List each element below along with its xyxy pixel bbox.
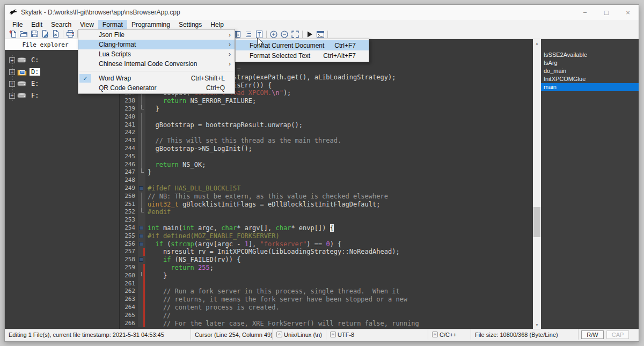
menu-item-chinese-internal-code-conversion[interactable]: Chinese Internal Code Conversion› <box>78 59 235 69</box>
readwrite-toggle[interactable]: R/W <box>581 330 604 339</box>
line-number[interactable]: 256 <box>120 240 138 248</box>
line-number[interactable]: 245 <box>120 153 138 161</box>
line-number[interactable]: 264 <box>120 304 138 312</box>
code-line[interactable]: 257 nsresult rv = InitXPCOMGlue(LibLoadi… <box>120 248 533 256</box>
menu-view[interactable]: View <box>76 20 98 29</box>
code-line[interactable]: 261 <box>120 280 533 288</box>
maximize-button[interactable]: □ <box>596 5 617 20</box>
code-line[interactable]: 256 if (strcmp(argv[argc - 1], "forkserv… <box>120 240 533 248</box>
code-line[interactable]: 247} <box>120 168 533 176</box>
menu-item-qr-code-generator[interactable]: QR Code GeneratorCtrl+Q <box>78 83 235 93</box>
scroll-up-arrow-icon[interactable]: ▲ <box>533 39 541 47</box>
code-line[interactable]: 252#endif <box>120 208 533 216</box>
fold-box-icon[interactable] <box>139 186 143 190</box>
expand-plus-icon[interactable]: + <box>9 57 15 63</box>
code-line[interactable]: 245 <box>120 153 533 161</box>
line-number[interactable]: 258 <box>120 256 138 264</box>
code-line[interactable]: 238 return NS_ERROR_FAILURE; <box>120 97 533 105</box>
line-number[interactable]: 241 <box>120 121 138 129</box>
line-number[interactable]: 239 <box>120 105 138 113</box>
line-number[interactable]: 249 <box>120 185 138 193</box>
code-line[interactable]: 262 // Run a fork server in this process… <box>120 288 533 296</box>
line-number[interactable]: 248 <box>120 176 138 185</box>
code-line[interactable]: 243 // This will set this thread as the … <box>120 137 533 145</box>
new-file-icon[interactable] <box>8 30 18 39</box>
code-line[interactable]: 241 gBootstrap = bootstrapResult.unwrap(… <box>120 121 533 129</box>
menu-item-word-wrap[interactable]: ✓Word WrapCtrl+Shift+L <box>78 73 235 83</box>
symbol-item-main[interactable]: main <box>541 83 639 91</box>
symbol-item-isarg[interactable]: IsArg <box>541 59 639 67</box>
code-line[interactable]: 264 // content process is created. <box>120 304 533 312</box>
close-file-icon[interactable] <box>50 30 61 39</box>
line-number[interactable]: 255 <box>120 232 138 240</box>
editor-vertical-scrollbar[interactable]: ▲ ▼ <box>533 39 541 329</box>
code-line[interactable]: 265 // <box>120 312 533 320</box>
menu-item-clang-format[interactable]: Clang-format› <box>78 40 235 49</box>
line-number[interactable]: 247 <box>120 168 138 176</box>
code-line[interactable]: 258 if (NS_FAILED(rv)) { <box>120 256 533 264</box>
fold-box-icon[interactable] <box>139 257 143 262</box>
terminal-icon[interactable] <box>315 30 326 39</box>
fold-box-icon[interactable] <box>139 226 143 230</box>
code-line[interactable]: 260 } <box>120 272 533 280</box>
menu-item-json-file[interactable]: Json File› <box>78 30 235 40</box>
line-number[interactable]: 251 <box>120 201 138 209</box>
code-line[interactable]: 239 } <box>120 105 533 113</box>
indent-icon[interactable] <box>243 30 254 39</box>
line-number[interactable]: 266 <box>120 320 138 328</box>
code-line[interactable]: 250// NB: This must be extern, as this v… <box>120 193 533 201</box>
line-number[interactable]: 254 <box>120 224 138 232</box>
open-folder-icon[interactable] <box>18 30 29 39</box>
symbol-item-do_main[interactable]: do_main <box>541 67 639 75</box>
expand-plus-icon[interactable]: + <box>9 69 15 75</box>
close-button[interactable]: × <box>617 5 639 20</box>
code-line[interactable]: 240 <box>120 113 533 121</box>
line-number[interactable]: 242 <box>120 129 138 137</box>
zoom-in-icon[interactable] <box>268 30 279 39</box>
menu-item-lua-scripts[interactable]: Lua Scripts› <box>78 49 235 59</box>
line-number[interactable]: 243 <box>120 137 138 145</box>
run-icon[interactable] <box>304 30 315 39</box>
line-number[interactable]: 250 <box>120 193 138 201</box>
tab-file-explorer[interactable]: File explorer <box>5 39 86 50</box>
menu-help[interactable]: Help <box>206 20 228 29</box>
menu-search[interactable]: Search <box>47 20 76 29</box>
line-number[interactable]: 253 <box>120 216 138 224</box>
code-line[interactable]: 255#if defined(MOZ_ENABLE_FORKSERVER) <box>120 232 533 240</box>
line-number[interactable]: 238 <box>120 97 138 105</box>
menu-settings[interactable]: Settings <box>174 20 206 29</box>
code-line[interactable]: 259 return 255; <box>120 264 533 272</box>
code-line[interactable]: 253 <box>120 216 533 224</box>
code-line[interactable]: 263 // returns, it means the fork server… <box>120 296 533 304</box>
code-line[interactable]: 251uint32_t gBlocklistInitFlags = eDllBl… <box>120 201 533 209</box>
fullscreen-icon[interactable] <box>290 30 301 39</box>
zoom-out-icon[interactable] <box>279 30 290 39</box>
save-as-icon[interactable] <box>40 30 50 39</box>
menu-file[interactable]: File <box>8 20 27 29</box>
code-line[interactable]: 266 // For the later case, XRE_ForkServe… <box>120 320 533 328</box>
print-icon[interactable] <box>65 30 76 39</box>
menu-edit[interactable]: Edit <box>27 20 47 29</box>
line-number[interactable]: 252 <box>120 208 138 216</box>
minimize-button[interactable]: − <box>574 5 596 20</box>
submenu-item-format-selected-text[interactable]: Format Selected TextCtrl+Alt+F7 <box>236 50 369 61</box>
symbol-item-initxpcomglue[interactable]: InitXPCOMGlue <box>541 75 639 83</box>
line-number[interactable]: 262 <box>120 288 138 296</box>
line-number[interactable]: 257 <box>120 248 138 256</box>
symbol-item-issse2available[interactable]: IsSSE2Available <box>541 51 639 59</box>
line-number[interactable]: 265 <box>120 312 138 320</box>
line-number[interactable]: 261 <box>120 280 138 288</box>
scroll-down-arrow-icon[interactable]: ▼ <box>533 321 541 329</box>
line-number[interactable]: 246 <box>120 161 138 169</box>
fold-box-icon[interactable] <box>139 234 143 238</box>
code-line[interactable]: 242 <box>120 129 533 137</box>
line-number[interactable]: 263 <box>120 296 138 304</box>
line-number[interactable]: 240 <box>120 113 138 121</box>
menu-programming[interactable]: Programming <box>127 20 174 29</box>
line-number[interactable]: 259 <box>120 264 138 272</box>
code-line[interactable]: 248 <box>120 176 533 185</box>
code-line[interactable]: 244 gBootstrap->NS_LogInit(); <box>120 145 533 153</box>
menu-format[interactable]: Format <box>98 20 127 29</box>
expand-plus-icon[interactable]: + <box>9 81 15 87</box>
code-line[interactable]: 254int main(int argc, char* argv[], char… <box>120 224 533 232</box>
